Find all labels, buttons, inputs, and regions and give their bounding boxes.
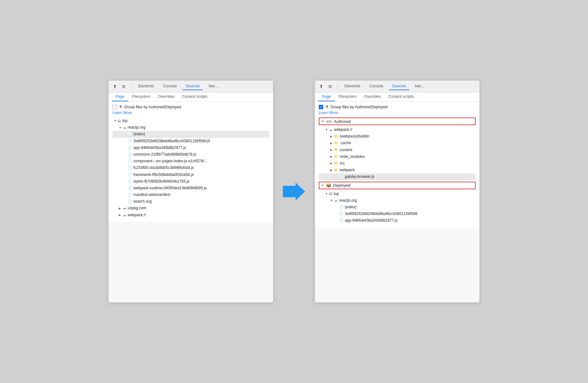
authored-label: Authored <box>334 119 351 124</box>
folder-icon-top: 🗂 <box>117 118 121 124</box>
tree-item-webpack-right[interactable]: ☁ webpack:// <box>319 126 476 133</box>
arrow-top-right <box>325 192 329 196</box>
subtab-filesystem[interactable]: Filesystem <box>128 92 154 101</box>
tree-item-reactjs[interactable]: ☁ reactjs.org <box>112 124 269 131</box>
tree-item-app-right[interactable]: 📄 app-9466def3ba340b862977.js <box>319 217 476 224</box>
deployed-section-header[interactable]: ▼ 📦 Deployed <box>319 182 476 189</box>
file-icon-hash1: 📄 <box>128 138 132 144</box>
tab-elements[interactable]: Elements <box>135 83 157 90</box>
tree-item-styles[interactable]: 📄 styles-fb708593b484b04b1765.js <box>112 178 269 185</box>
arrow-webpack-right <box>325 127 329 132</box>
label-styles: styles-fb708593b484b04b1765.js <box>133 178 190 185</box>
tree-item-search-svg[interactable]: 📄 search.svg <box>112 198 269 205</box>
right-panel-content: ⚗ Group files by Authored/Deployed Learn… <box>315 102 479 227</box>
box-icon-deployed: 📦 <box>326 183 331 188</box>
folder-icon-src: 📁 <box>334 161 338 166</box>
tab-network[interactable]: Net... <box>205 83 221 90</box>
subtab-content-scripts[interactable]: Content scripts <box>178 92 211 101</box>
arrow-buildin <box>330 134 334 139</box>
group-checkbox-left[interactable] <box>112 105 117 109</box>
code-icon-authored: </> <box>326 119 332 124</box>
group-label-right: Group files by Authored/Deployed <box>331 105 387 109</box>
right-tab-console[interactable]: Console <box>366 83 386 90</box>
tree-item-top-right[interactable]: 🗂 top <box>319 191 476 197</box>
layers-icon[interactable]: ⧉ <box>121 83 127 90</box>
subtab-page[interactable]: Page <box>112 92 128 101</box>
file-icon-index: 📄 <box>128 131 132 137</box>
folder-icon-node-modules: 📁 <box>334 154 338 160</box>
arrow-reactjs-right <box>330 198 334 203</box>
right-cursor-icon[interactable]: ⬆ <box>318 83 324 90</box>
right-subtab-filesystem[interactable]: Filesystem <box>335 92 360 101</box>
tree-item-manifest[interactable]: 📄 manifest.webmanifest <box>112 192 269 198</box>
right-subtab-overrides[interactable]: Overrides <box>360 92 384 101</box>
tree-item-node-modules[interactable]: 📁 node_modules <box>319 153 476 160</box>
learn-more-left[interactable]: Learn More <box>112 111 269 115</box>
file-icon-app: 📄 <box>128 145 132 151</box>
tree-item-top[interactable]: 🗂 top <box>112 118 269 124</box>
right-tab-network[interactable]: Net... <box>412 83 427 90</box>
main-container: ⬆ ⧉ Elements Console Sources Net... Page… <box>96 68 492 315</box>
tree-item-src[interactable]: 📁 src <box>319 160 476 167</box>
tab-console[interactable]: Console <box>160 83 180 90</box>
label-manifest: manifest.webmanifest <box>133 192 170 198</box>
label-fc233: fc233f00-cba3d9005c3896f6d5d4.js <box>133 165 194 171</box>
file-icon-gatsby: 📄 <box>339 174 344 180</box>
arrow-unpkg <box>119 206 123 211</box>
flask-icon-right: ⚗ <box>325 105 329 109</box>
folder-icon-content: 📁 <box>334 147 338 153</box>
right-tab-elements[interactable]: Elements <box>341 83 364 90</box>
right-subtab-content-scripts[interactable]: Content scripts <box>384 92 418 101</box>
group-label-left: Group files by Authored/Deployed <box>124 105 181 109</box>
subtab-overrides[interactable]: Overrides <box>154 92 178 101</box>
left-file-tree: 🗂 top ☁ reactjs.org 📄 (index) 📄 <box>112 118 269 218</box>
tree-item-fc233[interactable]: 📄 fc233f00-cba3d9005c3896f6d5d4.js <box>112 165 269 171</box>
tree-item-index[interactable]: 📄 (index) <box>112 131 269 138</box>
label-webpack-runtime: webpack-runtime-090f00ed13bd69fd80f0.js <box>133 185 207 191</box>
learn-more-right[interactable]: Learn More <box>319 111 476 115</box>
folder-icon-top-right: 🗂 <box>329 191 332 197</box>
file-icon-styles: 📄 <box>128 178 132 184</box>
right-devtools-panel: ⬆ ⧉ Elements Console Sources Net... Page… <box>315 80 480 303</box>
tree-item-component[interactable]: 📄 component---src-pages-index-js-e1c657b… <box>112 158 269 165</box>
cursor-icon[interactable]: ⬆ <box>112 83 118 90</box>
label-hash-right: 3e8f09252b6028beb8baf8cc63801156f586 <box>345 211 418 217</box>
label-content: content <box>340 147 352 153</box>
tree-item-index-right[interactable]: 📄 (index) <box>319 204 476 211</box>
right-subtab-page[interactable]: Page <box>318 92 335 101</box>
right-layers-icon[interactable]: ⧉ <box>327 83 333 90</box>
label-webpack-right: webpack:// <box>334 127 352 133</box>
left-panel-content: ⚗ Group files by Authored/Deployed Learn… <box>109 102 273 222</box>
label-index: (index) <box>133 131 145 137</box>
tree-item-gatsby-browser[interactable]: 📄 gatsby-browser.js <box>319 173 476 180</box>
tree-item-cache[interactable]: 📁 .cache <box>319 140 476 146</box>
tree-item-webpack-runtime[interactable]: 📄 webpack-runtime-090f00ed13bd69fd80f0.j… <box>112 185 269 192</box>
group-checkbox-right[interactable] <box>319 105 323 109</box>
arrow-webpack-left <box>119 213 123 217</box>
label-search-svg: search.svg <box>133 198 152 205</box>
tree-item-content[interactable]: 📁 content <box>319 147 476 153</box>
tree-item-reactjs-right[interactable]: ☁ reactjs.org <box>319 197 476 204</box>
tree-item-hash1[interactable]: 📄 3e8f09252b6028beb8baf8cc63801156f58616 <box>112 138 269 144</box>
tree-item-commons[interactable]: 📄 commons-21f8977ade868b5bdb78.js <box>112 151 269 158</box>
tree-item-webpack-left[interactable]: ☁ webpack:// <box>112 212 269 218</box>
tree-item-framework[interactable]: 📄 framework-ff9c508ebfda0f33cb0b.js <box>112 171 269 178</box>
right-tab-sources[interactable]: Sources <box>389 83 409 90</box>
authored-section-header[interactable]: ▼ </> Authored <box>319 118 476 125</box>
file-icon-search-svg: 📄 <box>128 199 132 205</box>
tree-item-app[interactable]: 📄 app-9466def3ba340b862977.js <box>112 144 269 151</box>
label-gatsby-browser: gatsby-browser.js <box>345 174 374 180</box>
tree-item-hash-right[interactable]: 📄 3e8f09252b6028beb8baf8cc63801156f586 <box>319 211 476 217</box>
tree-item-webpack-folder[interactable]: 📁 webpack <box>319 167 476 173</box>
folder-icon-buildin: 📁 <box>334 134 338 139</box>
label-reactjs: reactjs.org <box>128 124 145 131</box>
cloud-icon-webpack-right: ☁ <box>329 127 333 133</box>
label-cache: .cache <box>340 140 351 146</box>
tree-item-buildin[interactable]: 📁 (webpack)/buildin <box>319 133 476 140</box>
label-webpack-folder: webpack <box>340 167 355 173</box>
cloud-icon-webpack-left: ☁ <box>123 212 126 218</box>
tab-sources[interactable]: Sources <box>183 83 203 90</box>
label-hash1: 3e8f09252b6028beb8baf8cc63801156f58616 <box>133 138 210 144</box>
tree-item-unpkg[interactable]: ☁ unpkg.com <box>112 205 269 212</box>
cloud-icon-unpkg: ☁ <box>123 205 126 211</box>
